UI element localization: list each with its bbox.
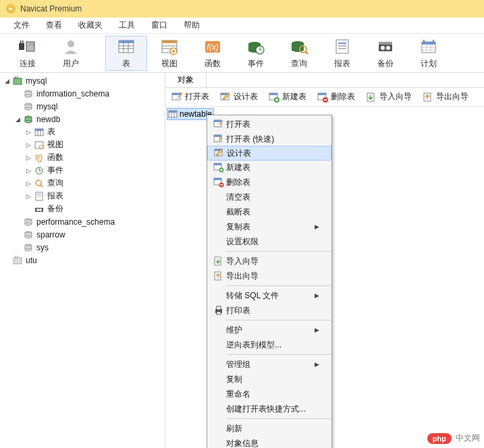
tool-view-button[interactable]: 视图: [149, 36, 190, 71]
tree-db-mysql[interactable]: mysql: [0, 100, 165, 113]
tool-schedule-button[interactable]: 计划: [408, 36, 450, 71]
svg-rect-3: [20, 40, 22, 44]
tool-connect-button[interactable]: 连接: [7, 36, 49, 71]
svg-point-58: [25, 107, 32, 110]
svg-point-78: [36, 208, 39, 211]
tree-conn-utu[interactable]: utu: [0, 254, 165, 267]
expand-icon[interactable]: ▷: [24, 141, 32, 149]
main-toolbar: 连接 用户 表 视图 f(x) 函数 事件 查询 报表 备份 计划: [0, 34, 484, 73]
user-icon: [62, 36, 80, 57]
menu-separator: [226, 320, 331, 320]
tree-node-tables[interactable]: ▷表: [0, 125, 165, 138]
tree-node-events[interactable]: ▷事件: [0, 164, 165, 177]
new-table-button[interactable]: 新建表: [267, 90, 308, 104]
svg-rect-129: [217, 306, 221, 310]
database-icon: [23, 217, 34, 227]
cm-rename[interactable]: 重命名: [207, 387, 331, 401]
tool-backup-button[interactable]: 备份: [365, 36, 406, 71]
cm-truncate-table[interactable]: 清空表: [207, 190, 331, 204]
import-icon: [366, 92, 377, 103]
svg-point-8: [68, 40, 74, 47]
cm-open-table[interactable]: 打开表: [207, 117, 331, 132]
tab-object[interactable]: 对象: [165, 73, 207, 87]
svg-rect-51: [15, 76, 16, 79]
tree-conn-mysql[interactable]: ◢ mysql: [0, 74, 165, 87]
cm-reverse-model[interactable]: 逆向表到模型...: [207, 337, 331, 352]
tool-user-button[interactable]: 用户: [50, 36, 92, 71]
watermark: php 中文网: [427, 432, 480, 444]
tool-query-button[interactable]: 查询: [278, 36, 320, 71]
tree-db-sparrow[interactable]: sparrow: [0, 228, 165, 241]
plug-icon: [18, 36, 38, 57]
cm-manage-group[interactable]: 管理组▶: [207, 357, 331, 372]
svg-rect-130: [217, 312, 221, 314]
delete-table-button[interactable]: 删除表: [315, 90, 357, 104]
svg-rect-89: [14, 258, 22, 264]
svg-point-72: [36, 180, 41, 186]
tree-db-sys[interactable]: sys: [0, 241, 165, 254]
cm-maintain[interactable]: 维护▶: [207, 323, 331, 337]
cm-create-shortcut[interactable]: 创建打开表快捷方式...: [207, 401, 331, 416]
tree-db-information-schema[interactable]: information_schema: [0, 87, 165, 100]
tree-node-queries[interactable]: ▷查询: [0, 177, 165, 190]
backup-icon: [34, 204, 45, 215]
filter-input[interactable]: [207, 73, 484, 87]
svg-point-55: [25, 94, 32, 97]
cm-object-info[interactable]: 对象信息: [207, 436, 331, 448]
cm-print-table[interactable]: 打印表: [207, 303, 331, 318]
cm-design-table[interactable]: 设计表: [207, 146, 331, 161]
svg-rect-45: [433, 40, 434, 43]
tree-db-newdb[interactable]: ◢newdb: [0, 113, 165, 125]
import-wizard-button[interactable]: 导入向导: [364, 90, 414, 104]
tree-node-reports[interactable]: ▷报表: [0, 190, 165, 202]
cm-delete-table[interactable]: 删除表: [207, 175, 331, 190]
menu-view[interactable]: 查看: [38, 18, 70, 33]
tool-table-button[interactable]: 表: [105, 36, 147, 71]
cm-copy[interactable]: 复制: [207, 372, 331, 387]
cm-copy-table[interactable]: 复制表▶: [207, 219, 331, 234]
menu-help[interactable]: 帮助: [176, 18, 208, 33]
design-table-button[interactable]: 设计表: [218, 90, 260, 104]
cm-new-table[interactable]: 新建表: [207, 160, 331, 175]
svg-point-82: [25, 223, 32, 225]
menu-favorites[interactable]: 收藏夹: [70, 18, 111, 33]
cm-dump-sql[interactable]: 转储 SQL 文件▶: [207, 288, 331, 303]
expand-icon[interactable]: ▷: [24, 179, 32, 188]
cm-refresh[interactable]: 刷新: [207, 421, 331, 436]
svg-point-7: [32, 44, 34, 45]
svg-rect-10: [119, 40, 134, 43]
export-wizard-button[interactable]: 导出向导: [421, 90, 470, 104]
svg-rect-91: [17, 256, 18, 258]
svg-rect-36: [338, 45, 346, 47]
open-table-button[interactable]: 打开表: [169, 90, 211, 104]
table-icon: [34, 127, 45, 138]
expand-icon[interactable]: ▷: [24, 167, 32, 175]
database-icon: [23, 101, 34, 112]
menu-tools[interactable]: 工具: [111, 18, 143, 33]
expand-icon[interactable]: ▷: [24, 128, 32, 136]
menu-separator: [226, 285, 331, 286]
report-icon: [34, 191, 45, 202]
expand-icon[interactable]: ▷: [24, 154, 32, 162]
cm-set-priv[interactable]: 设置权限: [207, 234, 331, 249]
tree-node-functions[interactable]: ▷f()函数: [0, 151, 165, 164]
tool-report-button[interactable]: 报表: [321, 36, 363, 71]
svg-rect-1: [9, 7, 13, 10]
svg-rect-41: [379, 42, 392, 45]
tree-db-performance-schema[interactable]: performance_schema: [0, 215, 165, 228]
connection-tree[interactable]: ◢ mysql information_schema mysql ◢newdb …: [0, 73, 165, 448]
cm-export-wizard[interactable]: 导出向导: [207, 269, 331, 283]
expand-icon[interactable]: ▷: [24, 192, 32, 200]
cm-open-table-fast[interactable]: 打开表 (快速): [207, 132, 331, 146]
tree-node-views[interactable]: ▷视图: [0, 138, 165, 151]
table-icon: [117, 36, 136, 57]
tool-function-button[interactable]: f(x) 函数: [192, 36, 234, 71]
cm-trunc-table2[interactable]: 截断表: [207, 204, 331, 219]
tool-event-button[interactable]: 事件: [235, 36, 277, 71]
collapse-icon[interactable]: ◢: [14, 115, 22, 123]
cm-import-wizard[interactable]: 导入向导: [207, 254, 331, 269]
collapse-icon[interactable]: ◢: [3, 77, 11, 85]
tree-node-backups[interactable]: 备份: [0, 202, 165, 215]
menu-file[interactable]: 文件: [5, 18, 38, 33]
menu-window[interactable]: 窗口: [143, 18, 176, 33]
